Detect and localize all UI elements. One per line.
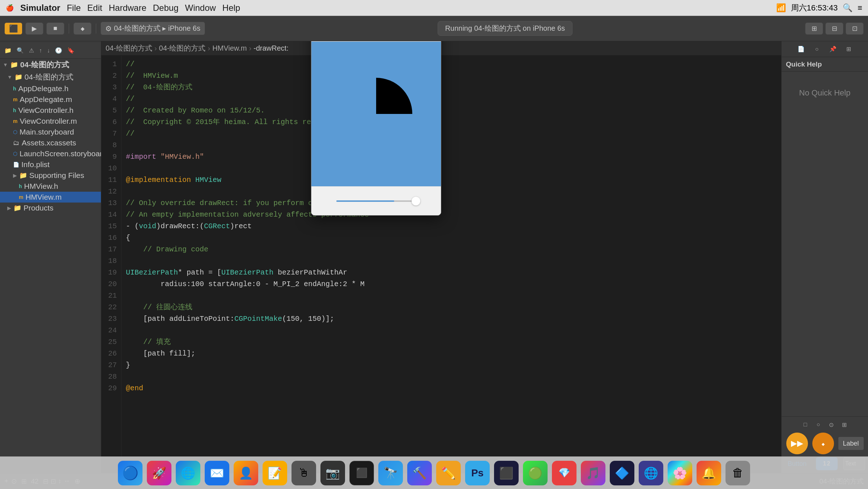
dock-cursor[interactable]: 🖱 [292,461,316,485]
code-line-18 [126,255,777,267]
file-item-appdelegate-m[interactable]: m AppDelegate.m [0,94,101,105]
code-content[interactable]: 1 2 3 4 5 6 7 8 9 10 11 12 13 14 15 16 1… [101,56,781,489]
stop-button[interactable]: ⬛ [4,22,22,35]
menu-file[interactable]: File [67,3,81,13]
music-icon: 🎵 [586,466,600,480]
file-item-info-plist[interactable]: 📄 Info.plist [0,159,101,170]
navigator-toggle[interactable]: ⊞ [805,22,823,35]
code-line-21 [126,290,777,302]
insp-pin-icon[interactable]: 📌 [828,44,838,54]
dock-photos[interactable]: 🌸 [668,461,692,485]
palette-circle-2[interactable]: ⬥ [812,433,834,454]
arrow-root: ▼ [3,62,8,68]
file-item-products[interactable]: ▶ 📁 Products [0,203,101,213]
xcode-icon: 🔨 [412,466,427,480]
breakpoints-button[interactable]: ◆ [73,22,92,35]
scheme-selector[interactable]: ⚙ 04-绘图的方式 ▸ iPhone 6s [101,22,205,35]
file-item-main-storyboard[interactable]: ⬡ Main.storyboard [0,127,101,137]
file-item-hmview-h[interactable]: h HMView.h [0,181,101,192]
breadcrumb-part-1[interactable]: 04-绘图的方式 [106,43,152,53]
dock-preview[interactable]: 🔭 [378,461,403,485]
palette-icon-3[interactable]: ⊙ [826,420,837,430]
dock-sketch[interactable]: ✏️ [436,461,461,485]
file-item-launchscreen[interactable]: ⬡ LaunchScreen.storyboard [0,148,101,159]
file-item-supporting[interactable]: ▶ 📁 Supporting Files [0,170,101,181]
breadcrumb-sep-2: › [208,44,210,52]
control-center-icon[interactable]: ≡ [858,3,862,13]
m-file-icon-2: m [13,118,17,124]
finder-icon: 🔵 [122,465,139,481]
nav-recent-icon[interactable]: 🕐 [54,46,64,55]
build-button[interactable]: ■ [46,22,64,35]
dock-ruby[interactable]: 💎 [552,461,576,485]
circle-1-icon: ▶▶ [791,439,803,448]
dock-app8[interactable]: 🔔 [697,461,721,485]
insp-circle-icon[interactable]: ○ [812,44,822,54]
debug-toggle[interactable]: ⊟ [825,22,843,35]
palette-icon-1[interactable]: □ [800,420,810,430]
dock-mail[interactable]: ✉️ [205,461,229,485]
sim-slider-track[interactable] [336,200,416,202]
dock-xcode[interactable]: 🔨 [407,461,432,485]
dock-launchpad[interactable]: 🚀 [147,461,171,485]
nav-folder-icon[interactable]: 📁 [3,46,13,55]
dock-app4[interactable]: ⬛ [494,461,519,485]
ln-14: 14 [103,209,120,221]
inspector-toggle[interactable]: ⊡ [846,22,864,35]
plist-icon: 📄 [13,162,19,167]
palette-icon-4[interactable]: ⊞ [839,420,850,430]
menu-debug[interactable]: Debug [153,3,179,13]
sim-slider-thumb[interactable] [412,197,420,205]
dock-trash[interactable]: 🗑 [726,461,750,485]
group-label: 04-绘图的方式 [25,72,73,82]
dock-terminal[interactable]: ⬛ [349,461,374,485]
menu-bar: 🍎 Simulator File Edit Hardware Debug Win… [0,0,868,16]
menu-hardware[interactable]: Hardware [109,3,146,13]
code-line-13: // Only override drawRect: if you perfor… [126,197,777,209]
file-item-group[interactable]: ▼ 📁 04-绘图的方式 [0,71,101,83]
dock-ps[interactable]: Ps [465,461,490,485]
insp-file-icon[interactable]: 📄 [796,44,806,54]
dock-contacts[interactable]: 👤 [234,461,258,485]
menu-edit[interactable]: Edit [87,3,102,13]
file-item-root[interactable]: ▼ 📁 04-绘图的方式 [0,59,101,71]
widget-label[interactable]: Label [838,437,864,450]
file-item-hmview-m[interactable]: m HMView.m [0,192,101,203]
ps-icon: Ps [471,467,484,479]
breadcrumb-part-2[interactable]: 04-绘图的方式 [159,43,206,53]
dock-app6[interactable]: 🔷 [610,461,634,485]
code-lines[interactable]: // // HMView.m // 04-绘图的方式 // // Created… [122,56,781,489]
dock-music[interactable]: 🎵 [581,461,605,485]
nav-warning-icon[interactable]: ⚠ [27,46,35,55]
ln-23: 23 [103,313,120,325]
menu-help[interactable]: Help [222,3,240,13]
file-item-appdelegate-h[interactable]: h AppDelegate.h [0,83,101,94]
dock-camera[interactable]: 📷 [320,461,345,485]
file-item-viewcontroller-h[interactable]: h ViewController.h [0,105,101,116]
sim-phone: Carrier 📶 4:53 PM █████ [311,27,441,215]
apple-menu[interactable]: 🍎 [6,4,14,12]
run-button[interactable]: ▶ [25,22,43,35]
search-icon[interactable]: 🔍 [843,3,852,13]
breadcrumb-part-4[interactable]: -drawRect: [254,44,289,52]
code-line-20: radius:100 startAngle:0 - M_PI_2 endAngl… [126,278,777,290]
insp-grid-icon[interactable]: ⊞ [844,44,854,54]
palette-circle-1[interactable]: ▶▶ [786,433,808,454]
dock-finder[interactable]: 🔵 [118,461,142,485]
breadcrumb-part-3[interactable]: HMView.m [212,44,247,52]
nav-next-icon[interactable]: ↓ [46,46,51,55]
nav-bookmark-icon[interactable]: 🔖 [66,46,76,55]
menu-window[interactable]: Window [185,3,216,13]
nav-search-icon[interactable]: 🔍 [15,46,25,55]
file-item-assets[interactable]: 🗂 Assets.xcassets [0,137,101,148]
palette-icon-2[interactable]: ○ [813,420,824,430]
ln-19: 19 [103,267,120,278]
dock-notes[interactable]: 📝 [263,461,287,485]
dock-safari[interactable]: 🌐 [176,461,200,485]
dock-app7[interactable]: 🌐 [639,461,663,485]
file-item-viewcontroller-m[interactable]: m ViewController.m [0,116,101,127]
menu-simulator[interactable]: Simulator [20,3,60,13]
nav-nav-icon[interactable]: ↑ [38,46,43,55]
dock-app5[interactable]: 🟢 [523,461,548,485]
code-line-14: // An empty implementation adversely aff… [126,209,777,221]
